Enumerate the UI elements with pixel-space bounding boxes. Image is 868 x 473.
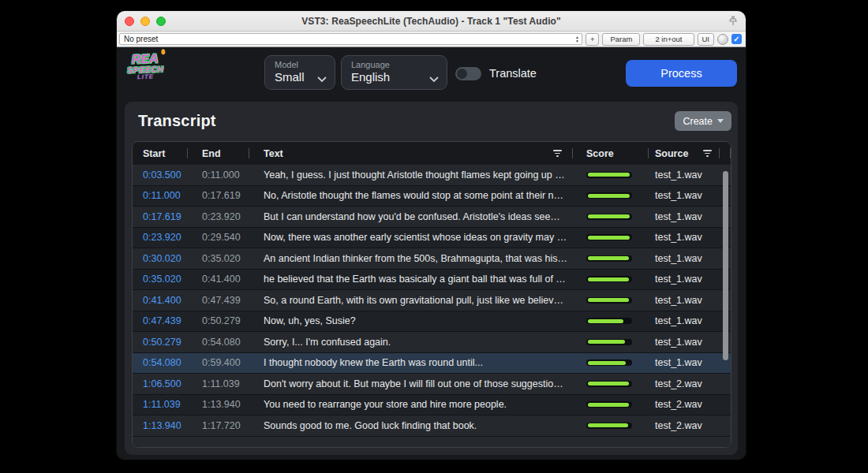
filter-lines-icon[interactable] xyxy=(553,150,562,157)
table-row[interactable]: 0:41.4000:47.439So, a round Earth, with … xyxy=(133,290,731,311)
table-row[interactable]: 0:35.0200:41.400he believed that the Ear… xyxy=(133,270,731,291)
transcript-text: Don't worry about it. But maybe I will f… xyxy=(249,378,573,389)
score-cell xyxy=(573,297,649,304)
table-row[interactable]: 0:17.6190:23.920But I can understand how… xyxy=(133,207,731,228)
create-button[interactable]: Create xyxy=(675,111,731,131)
table-row[interactable]: 0:23.9200:29.540Now, there was another e… xyxy=(133,228,731,249)
table-row[interactable]: 1:06.5001:11.039Don't worry about it. Bu… xyxy=(133,374,731,395)
score-cell xyxy=(573,234,649,240)
ui-button[interactable]: UI xyxy=(698,33,715,46)
end-time: 0:35.020 xyxy=(188,253,249,264)
column-header-score[interactable]: Score xyxy=(573,142,649,165)
process-button[interactable]: Process xyxy=(626,60,737,87)
transcript-text: he believed that the Earth was basically… xyxy=(249,274,573,285)
table-row[interactable]: 0:03.5000:11.000Yeah, I guess. I just th… xyxy=(133,165,731,186)
preset-value: No preset xyxy=(124,35,158,43)
model-label: Model xyxy=(275,60,305,69)
score-cell xyxy=(573,214,649,220)
start-time-link[interactable]: 0:23.920 xyxy=(133,232,188,243)
score-cell xyxy=(573,423,649,429)
close-button[interactable] xyxy=(125,17,134,26)
start-time-link[interactable]: 1:06.500 xyxy=(133,378,188,389)
end-time: 0:47.439 xyxy=(188,295,249,306)
end-time: 0:11.000 xyxy=(188,169,249,181)
traffic-lights xyxy=(125,17,166,26)
language-label: Language xyxy=(351,60,390,69)
start-time-link[interactable]: 0:35.020 xyxy=(133,274,188,285)
model-select[interactable]: Model Small xyxy=(264,55,335,90)
add-preset-button[interactable]: + xyxy=(586,33,600,46)
score-bar xyxy=(586,423,632,429)
preset-select[interactable]: No preset ▲▼ xyxy=(119,33,582,45)
source-file: test_1.wav xyxy=(649,295,720,306)
table-row[interactable]: 1:11.0391:13.940You need to rearrange yo… xyxy=(133,395,731,416)
pushpin-icon[interactable] xyxy=(727,15,739,28)
title-bar[interactable]: VST3: ReaSpeechLite (TechAudio) - Track … xyxy=(117,11,746,32)
score-bar-fill xyxy=(588,340,625,344)
transcript-text: Now, uh, yes, Susie? xyxy=(249,315,573,326)
start-time-link[interactable]: 0:17.619 xyxy=(133,211,188,222)
source-file: test_1.wav xyxy=(649,253,720,264)
transcript-text: Sorry, I... I'm confused again. xyxy=(249,337,573,348)
source-file: test_1.wav xyxy=(649,211,720,222)
transcript-text: I thought nobody knew the Earth was roun… xyxy=(249,357,573,368)
score-cell xyxy=(573,359,649,366)
score-bar xyxy=(586,255,632,262)
score-bar-fill xyxy=(588,298,630,302)
transcript-text: Sounds good to me. Good luck finding tha… xyxy=(249,420,573,431)
translate-toggle[interactable] xyxy=(455,67,481,80)
end-time: 1:17.720 xyxy=(188,420,249,431)
start-time-link[interactable]: 0:30.020 xyxy=(133,253,188,264)
table-row[interactable]: 0:50.2790:54.080Sorry, I... I'm confused… xyxy=(133,332,731,353)
language-select[interactable]: Language English xyxy=(341,55,447,90)
plugin-window: VST3: ReaSpeechLite (TechAudio) - Track … xyxy=(117,11,746,460)
filter-lines-icon[interactable] xyxy=(703,150,712,157)
preset-stepper-icon[interactable]: ▲▼ xyxy=(575,35,579,43)
start-time-link[interactable]: 1:11.039 xyxy=(133,399,188,410)
start-time-link[interactable]: 0:47.439 xyxy=(133,315,188,326)
source-file: test_1.wav xyxy=(649,232,720,243)
vertical-scrollbar-thumb[interactable] xyxy=(723,171,728,360)
start-time-link[interactable]: 0:03.500 xyxy=(133,169,188,181)
table-row[interactable]: 0:11.0000:17.619No, Aristotle thought th… xyxy=(133,186,731,207)
zoom-button[interactable] xyxy=(156,17,166,26)
table-row[interactable]: 0:30.0200:35.020An ancient Indian thinke… xyxy=(133,248,731,270)
source-file: test_1.wav xyxy=(649,190,720,201)
start-time-link[interactable]: 0:41.400 xyxy=(133,295,188,306)
column-header-end[interactable]: End xyxy=(188,142,249,165)
table-row[interactable]: 1:13.9401:17.720Sounds good to me. Good … xyxy=(133,415,731,437)
column-header-start[interactable]: Start xyxy=(133,142,188,165)
transcript-text: An ancient Indian thinker from the 500s,… xyxy=(249,253,573,264)
column-header-source[interactable]: Source xyxy=(649,142,720,165)
score-cell xyxy=(573,381,649,387)
score-bar-fill xyxy=(588,256,630,260)
score-bar-fill xyxy=(588,382,629,385)
start-time-link[interactable]: 1:13.940 xyxy=(133,420,188,431)
start-time-link[interactable]: 0:50.279 xyxy=(133,337,188,348)
end-time: 0:50.279 xyxy=(188,315,249,326)
column-header-text[interactable]: Text xyxy=(249,142,573,165)
window-title: VST3: ReaSpeechLite (TechAudio) - Track … xyxy=(301,16,561,27)
score-bar-fill xyxy=(588,361,626,365)
bypass-checkbox[interactable]: ✓ xyxy=(731,34,742,44)
minimize-button[interactable] xyxy=(140,17,150,26)
end-time: 0:54.080 xyxy=(188,337,249,348)
io-routing-button[interactable]: 2 in+out xyxy=(643,33,694,46)
score-cell xyxy=(573,255,649,262)
host-preset-bar: No preset ▲▼ + Param 2 in+out UI ✓ xyxy=(117,32,746,47)
wet-dry-knob[interactable] xyxy=(717,34,728,45)
caret-down-icon xyxy=(717,119,724,123)
score-bar xyxy=(586,297,632,304)
table-row[interactable]: 0:54.0800:59.400I thought nobody knew th… xyxy=(133,353,731,374)
param-button[interactable]: Param xyxy=(602,33,640,46)
score-bar xyxy=(586,381,632,387)
table-row[interactable]: 0:47.4390:50.279Now, uh, yes, Susie?test… xyxy=(133,311,731,333)
source-file: test_2.wav xyxy=(649,378,720,389)
source-file: test_2.wav xyxy=(649,420,720,431)
source-file: test_2.wav xyxy=(649,399,720,410)
source-file: test_1.wav xyxy=(649,337,720,348)
start-time-link[interactable]: 0:54.080 xyxy=(133,357,188,368)
start-time-link[interactable]: 0:11.000 xyxy=(133,190,188,201)
score-bar xyxy=(586,318,632,324)
translate-label: Translate xyxy=(489,67,537,80)
